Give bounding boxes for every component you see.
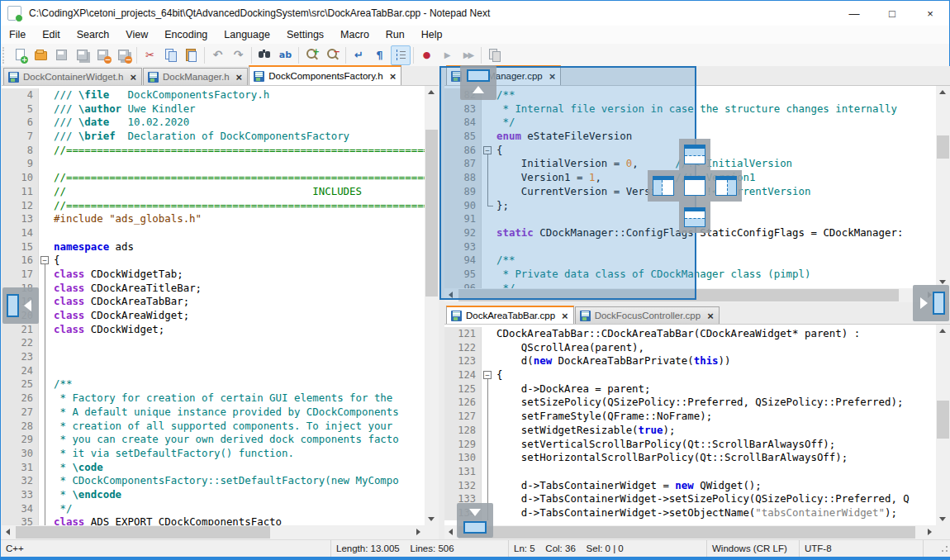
- tab-dockfocuscontroller-cpp[interactable]: DockFocusController.cpp×: [575, 306, 720, 324]
- copy-button[interactable]: [161, 45, 181, 65]
- paste-button[interactable]: [182, 45, 202, 65]
- tab-close-icon[interactable]: ×: [236, 73, 243, 82]
- zoom-out-button[interactable]: −: [323, 45, 343, 65]
- status-segment-4: Windows (CR LF): [707, 540, 800, 557]
- drop-left-indicator[interactable]: [648, 170, 679, 202]
- menu-search[interactable]: Search: [69, 26, 118, 44]
- menu-encoding[interactable]: Encoding: [156, 26, 216, 44]
- vertical-scrollbar-left[interactable]: [425, 86, 439, 525]
- horizontal-scrollbar-left[interactable]: [2, 525, 425, 539]
- menu-language[interactable]: Language: [216, 26, 278, 44]
- redo-button[interactable]: ↷: [229, 45, 249, 65]
- scroll-thumb[interactable]: [425, 130, 438, 297]
- drop-center-indicator[interactable]: [679, 170, 710, 202]
- menu-run[interactable]: Run: [378, 26, 413, 44]
- undo-button[interactable]: ↶: [208, 45, 228, 65]
- replace-button[interactable]: ab: [276, 45, 296, 65]
- dock-top-icon: [684, 145, 705, 164]
- saved-file-icon: [254, 71, 264, 82]
- close-button[interactable]: ×: [911, 1, 949, 26]
- code-line: 134 d->TabsContainerWidget->setObjectNam…: [444, 506, 936, 520]
- fold-marker: [38, 488, 51, 502]
- scroll-thumb[interactable]: [937, 401, 949, 439]
- saved-file-icon: [8, 72, 19, 83]
- menu-view[interactable]: View: [117, 26, 156, 44]
- scroll-up-icon[interactable]: [939, 329, 946, 333]
- fold-marker[interactable]: [481, 368, 494, 382]
- menu-edit[interactable]: Edit: [34, 26, 69, 44]
- find-button[interactable]: [255, 45, 275, 65]
- macro-run-multiple-button[interactable]: ▶▶: [458, 45, 478, 65]
- open-file-icon: [34, 48, 48, 62]
- close-all-icon: −: [116, 48, 131, 62]
- edge-left-drop-indicator[interactable]: [2, 287, 39, 324]
- word-wrap-button[interactable]: ↵: [349, 45, 369, 65]
- open-file-button[interactable]: [31, 45, 51, 65]
- scroll-thumb[interactable]: [937, 135, 949, 159]
- tab-label: DockFocusController.cpp: [595, 311, 701, 320]
- code-text: * you can create your own derived dock c…: [51, 433, 399, 447]
- drop-right-indicator[interactable]: [710, 170, 742, 202]
- cut-button[interactable]: ✂: [140, 45, 160, 65]
- tab-dockareatabbar-cpp[interactable]: DockAreaTabBar.cpp×: [446, 306, 574, 324]
- scroll-down-icon[interactable]: [428, 517, 435, 521]
- tab-dockcomponentsfactory-h[interactable]: DockComponentsFactory.h×: [249, 65, 401, 85]
- menu-file[interactable]: File: [1, 26, 34, 44]
- editor-left[interactable]: 4/// \file DockComponentsFactory.h5/// \…: [2, 86, 425, 525]
- fold-marker[interactable]: [38, 254, 51, 268]
- scroll-left-icon[interactable]: [6, 529, 10, 535]
- tab-dockcontainerwidget-h[interactable]: DockContainerWidget.h×: [3, 68, 142, 85]
- zoom-in-button[interactable]: +: [302, 45, 322, 65]
- tab-close-icon[interactable]: ×: [390, 72, 397, 81]
- code-text: #include "ads_globals.h": [51, 212, 202, 226]
- edge-right-drop-indicator[interactable]: [913, 285, 949, 321]
- minimize-button[interactable]: —: [835, 1, 873, 26]
- scroll-thumb[interactable]: [458, 526, 915, 539]
- horizontal-scrollbar-bottom-right[interactable]: [444, 525, 936, 539]
- dock-left-icon: [653, 176, 674, 196]
- code-line: 25/**: [2, 377, 425, 392]
- tab-dockmanager-h[interactable]: DockManager.h×: [143, 68, 248, 85]
- resize-grip[interactable]: [939, 543, 949, 553]
- menu-macro[interactable]: Macro: [332, 26, 378, 44]
- line-number: 127: [444, 410, 481, 424]
- drop-top-indicator[interactable]: [679, 139, 710, 170]
- scroll-down-icon[interactable]: [939, 517, 946, 521]
- tab-close-icon[interactable]: ×: [707, 311, 714, 320]
- drop-bottom-indicator[interactable]: [679, 202, 710, 233]
- dock-bottom-icon: [684, 207, 705, 227]
- vertical-scrollbar-bottom-right[interactable]: [936, 325, 950, 525]
- fold-marker: [38, 406, 51, 420]
- scroll-down-icon[interactable]: [939, 280, 946, 284]
- clone-document-button[interactable]: [485, 45, 505, 65]
- save-all-button[interactable]: [73, 45, 93, 65]
- status-segment-1: C++: [1, 540, 331, 557]
- scroll-thumb[interactable]: [16, 526, 270, 539]
- line-number: 27: [2, 406, 38, 420]
- show-all-characters-button[interactable]: ¶: [370, 45, 390, 65]
- new-file-button[interactable]: [11, 45, 31, 65]
- vertical-scrollbar-top-right[interactable]: [936, 86, 950, 288]
- save-button[interactable]: [52, 45, 72, 65]
- tab-close-icon[interactable]: ×: [130, 73, 136, 82]
- editor-bottom-right[interactable]: 121CDockAreaTabBar::CDockAreaTabBar(CDoc…: [444, 325, 936, 525]
- edge-top-drop-indicator[interactable]: [460, 65, 496, 100]
- edge-bottom-drop-indicator[interactable]: [457, 503, 493, 538]
- fold-marker: [38, 364, 51, 378]
- menu-settings[interactable]: Settings: [278, 26, 332, 44]
- word-wrap-icon: ↵: [352, 48, 366, 62]
- close-all-button[interactable]: −: [114, 45, 134, 65]
- close-button[interactable]: −: [93, 45, 113, 65]
- scroll-left-icon[interactable]: [449, 529, 453, 535]
- macro-record-button[interactable]: ●: [417, 45, 437, 65]
- scroll-up-icon[interactable]: [939, 90, 946, 94]
- scroll-right-icon[interactable]: [928, 529, 932, 535]
- scroll-right-icon[interactable]: [416, 529, 420, 535]
- tab-close-icon[interactable]: ×: [562, 311, 568, 320]
- menu-help[interactable]: Help: [413, 26, 451, 44]
- code-text: class CDockAreaTabBar;: [51, 295, 189, 309]
- scroll-up-icon[interactable]: [428, 90, 435, 94]
- macro-play-button[interactable]: ▶: [438, 45, 458, 65]
- maximize-button[interactable]: □: [873, 1, 911, 26]
- indent-guide-button[interactable]: [391, 45, 411, 65]
